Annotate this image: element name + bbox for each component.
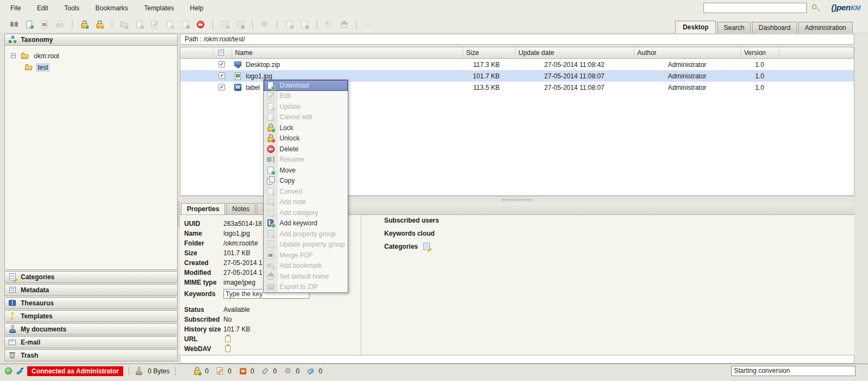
unlock-icon[interactable] bbox=[93, 18, 106, 31]
subscribed-users-heading: Subscribed users bbox=[384, 217, 854, 224]
sidebar-item-taxonomy[interactable]: Taxonomy bbox=[4, 34, 178, 46]
checkout-documents-counter[interactable]: 0 bbox=[216, 367, 232, 376]
field-value-status: Available bbox=[223, 306, 250, 314]
field-label: URL bbox=[184, 335, 223, 343]
folder-icon bbox=[25, 63, 33, 72]
menu-item-add-keyword[interactable]: Add keyword bbox=[264, 218, 348, 229]
locked-documents-counter[interactable]: 0 bbox=[193, 367, 209, 376]
file-size: 101.7 KB bbox=[463, 70, 515, 82]
column-size[interactable]: Size bbox=[463, 47, 515, 59]
tab-dashboard[interactable]: Dashboard bbox=[752, 22, 797, 33]
menu-edit[interactable]: Edit bbox=[30, 0, 56, 16]
merge-pdf-icon bbox=[266, 251, 275, 260]
menu-item-delete[interactable]: Delete bbox=[264, 144, 348, 155]
menu-templates[interactable]: Templates bbox=[137, 0, 181, 16]
toolbar-separator bbox=[277, 20, 277, 29]
column-filler bbox=[779, 47, 854, 59]
remove-subscription-icon bbox=[298, 18, 311, 31]
templates-icon bbox=[8, 312, 17, 321]
search-icon[interactable] bbox=[811, 4, 820, 13]
workflows-counter[interactable]: 0 bbox=[284, 367, 300, 376]
sidebar-item-metadata[interactable]: Metadata bbox=[4, 284, 178, 296]
sidebar-item-thesaurus[interactable]: Thesaurus bbox=[4, 297, 178, 309]
collapse-icon[interactable] bbox=[9, 52, 18, 60]
toolbar: Desktop Search Dashboard Administration bbox=[0, 16, 868, 33]
column-update-date[interactable]: Update date bbox=[515, 47, 634, 59]
table-row[interactable]: Desktop.zip 117.3 KB 27-05-2014 11:08:42… bbox=[180, 59, 854, 71]
tab-properties[interactable]: Properties bbox=[181, 203, 225, 214]
add-category-icon[interactable] bbox=[422, 242, 431, 251]
sidebar-item-label: Templates bbox=[21, 312, 52, 320]
menu-item-copy[interactable]: Copy bbox=[264, 176, 348, 187]
massive-selection-icon[interactable] bbox=[217, 48, 226, 57]
convert-pdf-icon bbox=[38, 18, 51, 31]
menu-help[interactable]: Help bbox=[183, 0, 211, 16]
word-file-icon bbox=[234, 83, 242, 92]
copy-url-icon[interactable] bbox=[223, 335, 232, 343]
tab-notes[interactable]: Notes bbox=[226, 203, 255, 214]
sidebar-item-my-documents[interactable]: My documents bbox=[4, 323, 178, 335]
quota-value: 0 Bytes bbox=[148, 367, 169, 375]
tree-node-label: test bbox=[36, 63, 50, 72]
column-author[interactable]: Author bbox=[634, 47, 740, 59]
move-icon bbox=[266, 166, 275, 175]
delete-icon[interactable] bbox=[194, 18, 207, 31]
connection-status-badge: Connected as Administrator bbox=[27, 366, 123, 376]
copy-webdav-icon[interactable] bbox=[223, 345, 232, 353]
taxonomy-tree: okm:root test bbox=[4, 46, 178, 270]
sidebar-item-templates[interactable]: Templates bbox=[4, 310, 178, 322]
sidebar-item-label: Metadata bbox=[21, 286, 49, 294]
column-select[interactable] bbox=[213, 47, 232, 59]
connection-icon bbox=[15, 367, 24, 376]
document-meta-panel: Subscribed users Keywords cloud Categori… bbox=[361, 215, 854, 355]
tree-node-okm-root[interactable]: okm:root bbox=[9, 50, 177, 62]
menu-item-lock[interactable]: Lock bbox=[264, 122, 348, 133]
keywords-icon bbox=[307, 367, 315, 376]
column-name[interactable]: Name bbox=[232, 47, 463, 59]
file-update-date: 27-05-2014 11:08:07 bbox=[515, 82, 634, 93]
column-version[interactable]: Version bbox=[740, 47, 779, 59]
thesaurus-icon bbox=[8, 299, 17, 308]
lock-icon[interactable] bbox=[78, 18, 91, 31]
file-author: Administrator bbox=[634, 82, 740, 93]
menu-item-move[interactable]: Move bbox=[264, 165, 348, 176]
field-value-created: 27-05-2014 1 bbox=[223, 259, 262, 267]
add-subscription-icon bbox=[283, 18, 296, 31]
field-value-modified: 27-05-2014 1 bbox=[223, 269, 262, 276]
update-icon bbox=[266, 102, 275, 111]
sidebar-item-label: My documents bbox=[21, 325, 66, 333]
horizontal-resize-icon bbox=[362, 18, 375, 31]
menu-item-rename: Rename bbox=[264, 155, 348, 165]
add-note-icon bbox=[266, 198, 275, 206]
menu-item-download[interactable]: Download bbox=[264, 80, 348, 91]
tab-desktop[interactable]: Desktop bbox=[675, 21, 716, 33]
row-checkbox[interactable] bbox=[218, 72, 227, 81]
sidebar-item-categories[interactable]: Categories bbox=[4, 271, 178, 283]
menu-bookmarks[interactable]: Bookmarks bbox=[88, 0, 135, 16]
edit-icon bbox=[266, 91, 275, 100]
tab-administration[interactable]: Administration bbox=[798, 22, 853, 33]
menu-file[interactable]: File bbox=[3, 0, 28, 16]
file-name: logo1.jpg bbox=[246, 72, 272, 80]
find-icon[interactable] bbox=[8, 18, 21, 31]
menu-item-convert: Convert bbox=[264, 186, 348, 197]
image-file-icon bbox=[234, 72, 242, 81]
row-checkbox[interactable] bbox=[218, 60, 227, 69]
row-checkbox[interactable] bbox=[218, 83, 227, 92]
subscriptions-counter[interactable]: 0 bbox=[239, 367, 254, 376]
attachments-counter[interactable]: 0 bbox=[261, 367, 277, 376]
field-label: Name bbox=[184, 230, 223, 237]
sidebar-item-trash[interactable]: Trash bbox=[4, 349, 178, 361]
tree-node-test[interactable]: test bbox=[25, 62, 177, 73]
checkout-documents-icon bbox=[216, 367, 224, 376]
toolbar-separator bbox=[213, 20, 213, 29]
download-icon[interactable] bbox=[23, 18, 36, 31]
menu-item-unlock[interactable]: Unlock bbox=[264, 133, 348, 144]
tab-search[interactable]: Search bbox=[717, 22, 751, 33]
menu-item-add-category: Add category bbox=[264, 207, 348, 218]
keywords-counter[interactable]: 0 bbox=[307, 367, 323, 376]
quick-search-input[interactable] bbox=[703, 3, 807, 13]
sidebar-item-email[interactable]: E-mail bbox=[4, 336, 178, 348]
field-label: UUID bbox=[184, 220, 223, 228]
menu-tools[interactable]: Tools bbox=[57, 0, 87, 16]
